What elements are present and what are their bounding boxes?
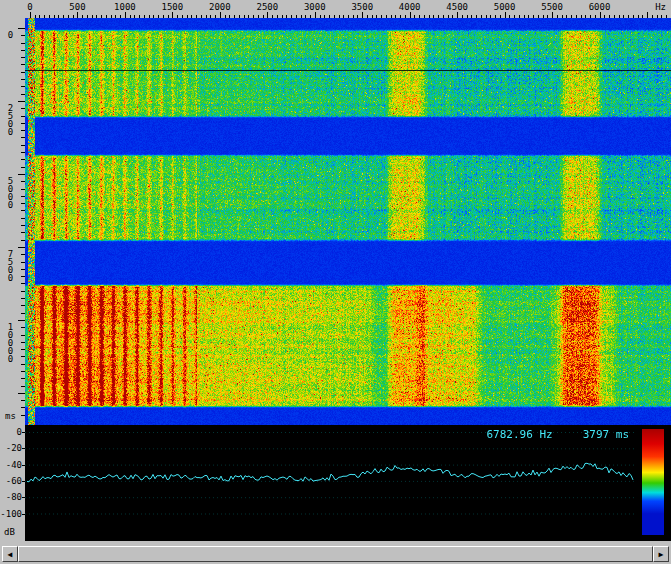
db-unit-label: dB [4, 527, 15, 537]
freq-tick-label: 4000 [399, 2, 421, 12]
db-tick-label: -100 [0, 509, 22, 519]
scrollbar-thumb[interactable] [18, 546, 653, 562]
db-tick [22, 432, 25, 433]
scroll-right-button[interactable]: ▶ [653, 546, 669, 562]
color-scale-legend [641, 428, 665, 536]
freq-tick-label: 2500 [256, 2, 278, 12]
scrollbar-track[interactable] [18, 546, 653, 562]
frequency-ruler: Hz 0500100015002000250030003500400045005… [25, 0, 671, 19]
freq-tick-label: 5500 [541, 2, 563, 12]
time-tick [18, 247, 25, 248]
time-cursor-line[interactable] [25, 70, 671, 71]
db-tick-label: -60 [6, 476, 22, 486]
cursor-readout: 6782.96 Hz 3797 ms [486, 428, 629, 441]
frequency-unit-label: Hz [655, 2, 666, 12]
db-tick [22, 497, 25, 498]
db-ruler: dB 0-20-40-60-80-100 [0, 425, 25, 541]
freq-tick-label: 4500 [446, 2, 468, 12]
freq-tick-label: 500 [69, 2, 85, 12]
time-tick-label: 7500 [6, 250, 15, 282]
db-tick [22, 514, 25, 515]
time-unit-label: ms [5, 411, 16, 421]
spectrum-panel: 6782.96 Hz 3797 ms [25, 425, 671, 541]
db-tick [22, 465, 25, 466]
freq-tick-label: 3500 [351, 2, 373, 12]
freq-tick-label: 1500 [162, 2, 184, 12]
readout-frequency: 6782.96 Hz [486, 428, 552, 441]
time-tick-label: 10000 [6, 323, 15, 363]
horizontal-scrollbar[interactable]: ◀ ▶ [2, 546, 669, 562]
freq-tick-label: 2000 [209, 2, 231, 12]
spectrogram-app-window: Hz 0500100015002000250030003500400045005… [0, 0, 671, 564]
time-tick [18, 28, 25, 29]
time-tick-label: 0 [6, 31, 15, 39]
right-arrow-icon: ▶ [659, 550, 664, 559]
db-tick [22, 481, 25, 482]
left-arrow-icon: ◀ [8, 550, 13, 559]
freq-tick-label: 3000 [304, 2, 326, 12]
time-tick-label: 5000 [6, 177, 15, 209]
time-tick [18, 320, 25, 321]
time-tick [18, 174, 25, 175]
db-tick [22, 448, 25, 449]
time-tick-label: 2500 [6, 104, 15, 136]
db-tick-label: -80 [6, 492, 22, 502]
scroll-left-button[interactable]: ◀ [2, 546, 18, 562]
freq-tick-label: 1000 [114, 2, 136, 12]
spectrum-canvas[interactable] [25, 425, 637, 541]
readout-time: 3797 ms [583, 428, 629, 441]
time-ruler: ms 025005000750010000 [0, 18, 26, 425]
time-tick [18, 393, 25, 394]
spectrogram-canvas[interactable] [25, 18, 671, 425]
db-tick-label: -20 [6, 443, 22, 453]
freq-tick-label: 5000 [494, 2, 516, 12]
freq-tick-label: 0 [27, 2, 32, 12]
freq-tick-label: 6000 [589, 2, 611, 12]
time-tick [18, 101, 25, 102]
db-tick-label: -40 [6, 460, 22, 470]
